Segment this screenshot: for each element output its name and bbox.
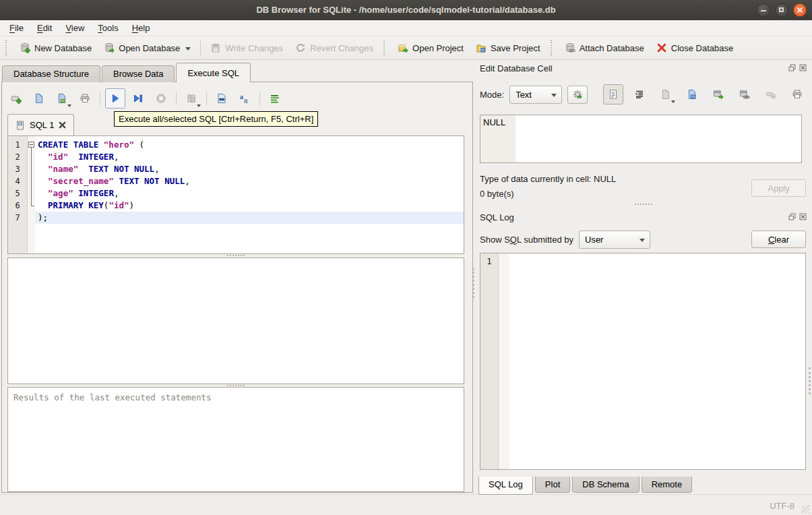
float-panel-icon[interactable] bbox=[788, 63, 797, 72]
tab-database-structure[interactable]: Database Structure bbox=[2, 65, 100, 82]
resize-grip[interactable] bbox=[802, 506, 810, 514]
close-panel-icon[interactable] bbox=[799, 212, 807, 221]
auto-switch-mode-button[interactable] bbox=[567, 86, 588, 104]
new-sql-tab-button[interactable] bbox=[6, 88, 26, 109]
chevron-down-icon[interactable] bbox=[185, 47, 191, 51]
close-database-button[interactable]: Close Database bbox=[650, 39, 740, 57]
dock-tab-remote[interactable]: Remote bbox=[642, 477, 693, 493]
tab-close-icon[interactable] bbox=[58, 121, 67, 129]
fold-marker-icon bbox=[28, 151, 35, 163]
format-sql-button[interactable] bbox=[265, 88, 285, 109]
toolbar-separator bbox=[176, 92, 177, 105]
menu-tools[interactable]: Tools bbox=[91, 21, 125, 35]
code-line[interactable]: "secret_name" TEXT NOT NULL, bbox=[35, 175, 464, 187]
toolbar-separator bbox=[206, 92, 207, 105]
project-open-icon bbox=[398, 42, 408, 53]
log-filter-value: User bbox=[585, 235, 603, 245]
print-cell-button[interactable] bbox=[787, 84, 807, 104]
dock-tab-plot[interactable]: Plot bbox=[535, 477, 570, 493]
dock-tab-sql-log[interactable]: SQL Log bbox=[478, 477, 533, 495]
sql-tab-label: SQL 1 bbox=[30, 120, 54, 130]
execute-current-line-button[interactable] bbox=[128, 88, 148, 109]
code-line[interactable]: PRIMARY KEY("id") bbox=[35, 200, 464, 212]
code-token: "name" bbox=[48, 164, 78, 174]
code-token: "age" bbox=[48, 188, 73, 198]
grid-save-icon bbox=[186, 93, 197, 104]
code-line[interactable]: "age" INTEGER, bbox=[35, 187, 464, 200]
code-line[interactable]: "id" INTEGER, bbox=[35, 151, 464, 163]
indent-icon bbox=[634, 89, 645, 100]
menu-file[interactable]: File bbox=[3, 21, 30, 35]
open-external-button[interactable] bbox=[708, 84, 728, 104]
execute-all-button[interactable] bbox=[105, 88, 125, 109]
log-filter-row: Show SQL submitted by User Clear bbox=[480, 229, 807, 249]
tab-execute-sql[interactable]: Execute SQL bbox=[176, 63, 251, 82]
auto-complete-button[interactable]: aa bbox=[235, 88, 255, 109]
code-token: "id" bbox=[108, 200, 129, 210]
close-panel-icon[interactable] bbox=[799, 63, 807, 72]
cell-log-splitter[interactable] bbox=[475, 203, 812, 207]
find-replace-button[interactable] bbox=[212, 88, 232, 109]
project-save-icon bbox=[476, 42, 487, 53]
letters-icon: aa bbox=[239, 93, 250, 104]
dock-tab-db-schema[interactable]: DB Schema bbox=[572, 477, 639, 493]
new-database-button[interactable]: New Database bbox=[13, 39, 98, 57]
toolbar-grip[interactable] bbox=[5, 40, 9, 56]
attach-database-button[interactable]: Attach Database bbox=[559, 39, 650, 57]
cell-mode-row: Mode: Text bbox=[480, 84, 807, 104]
sql-document-tab[interactable]: SQL 1 bbox=[7, 114, 74, 135]
line-number: 5 bbox=[8, 187, 27, 200]
doc-text-icon bbox=[608, 89, 619, 100]
text-mode-button[interactable] bbox=[603, 84, 623, 104]
sql-log-view[interactable]: 1 bbox=[480, 253, 806, 470]
code-token: , bbox=[185, 176, 190, 186]
open-database-button[interactable]: Open Database bbox=[98, 39, 197, 57]
code-token: CREATE TABLE bbox=[38, 140, 98, 150]
results-grid[interactable] bbox=[7, 258, 464, 384]
maximize-icon[interactable] bbox=[775, 3, 788, 17]
menu-view[interactable]: View bbox=[59, 21, 91, 35]
word-wrap-button[interactable] bbox=[629, 84, 650, 104]
doc-export-icon bbox=[687, 89, 697, 100]
main-tab-bar: Database StructureBrowse DataExecute SQL bbox=[2, 63, 252, 82]
save-project-button[interactable]: Save Project bbox=[470, 39, 546, 57]
doc-import-icon bbox=[660, 89, 671, 100]
db-close-icon bbox=[656, 42, 667, 53]
fold-marker-icon bbox=[28, 175, 35, 187]
fold-marker-icon[interactable] bbox=[28, 139, 35, 151]
code-token: INTEGER bbox=[78, 188, 114, 198]
copy-link-button[interactable] bbox=[735, 84, 755, 104]
tab-browse-data[interactable]: Browse Data bbox=[102, 65, 175, 82]
log-line-gutter bbox=[480, 253, 499, 469]
fold-marker-icon bbox=[28, 163, 35, 175]
open-sql-file-button[interactable] bbox=[29, 88, 49, 109]
code-line[interactable]: "name" TEXT NOT NULL, bbox=[35, 163, 464, 175]
save-results-button bbox=[181, 88, 201, 109]
apply-button[interactable]: Apply bbox=[751, 179, 806, 197]
log-filter-select[interactable]: User bbox=[579, 231, 650, 249]
menu-help[interactable]: Help bbox=[125, 21, 157, 35]
fold-line-end bbox=[31, 206, 34, 206]
line-number: 2 bbox=[8, 151, 27, 163]
mode-select[interactable]: Text bbox=[509, 86, 562, 104]
code-line[interactable]: CREATE TABLE "hero" ( bbox=[35, 139, 464, 151]
encoding-indicator[interactable]: UTF-8 bbox=[770, 501, 794, 511]
close-window-icon[interactable] bbox=[793, 3, 807, 17]
menu-edit[interactable]: Edit bbox=[30, 21, 59, 35]
print-sql-button[interactable] bbox=[75, 88, 95, 109]
minimize-icon[interactable] bbox=[757, 3, 770, 17]
results-message-pane[interactable]: Results of the last executed statements bbox=[7, 387, 464, 492]
save-sql-file-button[interactable] bbox=[52, 88, 72, 109]
open-project-button[interactable]: Open Project bbox=[392, 39, 470, 57]
fold-line bbox=[31, 151, 32, 163]
code-line[interactable]: ); bbox=[35, 212, 464, 224]
float-panel-icon[interactable] bbox=[788, 212, 797, 221]
toolbar-grip[interactable] bbox=[383, 40, 387, 56]
clear-log-button[interactable]: Clear bbox=[751, 231, 806, 248]
sql-code-editor[interactable]: 1CREATE TABLE "hero" (2 "id" INTEGER,3 "… bbox=[7, 135, 464, 254]
close-database-label: Close Database bbox=[671, 43, 734, 53]
toolbar-grip[interactable] bbox=[551, 40, 555, 56]
toolbar-separator bbox=[200, 40, 201, 55]
cell-value-editor[interactable]: NULL bbox=[480, 115, 802, 163]
export-data-button[interactable] bbox=[682, 84, 702, 104]
